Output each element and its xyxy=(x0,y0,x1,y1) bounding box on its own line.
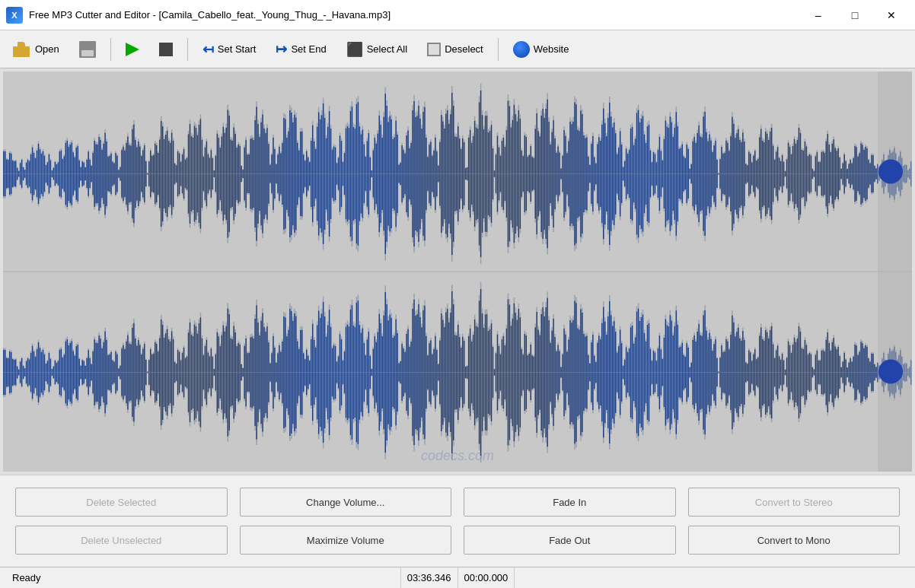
set-start-label: Set Start xyxy=(218,43,257,55)
select-all-icon: ⬛ xyxy=(346,41,363,58)
open-button[interactable]: Open xyxy=(5,35,68,64)
status-position-text: 00:00.000 xyxy=(464,572,509,583)
delete-unselected-button[interactable]: Delete Unselected xyxy=(15,526,228,555)
set-start-icon: ↤ xyxy=(202,41,214,58)
deselect-label: Deselect xyxy=(445,43,483,55)
change-volume-button[interactable]: Change Volume... xyxy=(240,488,452,516)
status-ready: Ready xyxy=(6,567,401,588)
set-end-icon: ↦ xyxy=(276,41,287,58)
maximize-button[interactable]: □ xyxy=(837,3,872,27)
waveform-canvas-wrapper: codecs.com xyxy=(3,72,912,472)
maximize-volume-button[interactable]: Maximize Volume xyxy=(240,526,452,555)
select-all-label: Select All xyxy=(367,43,407,55)
status-bar: Ready 03:36.346 00:00.000 xyxy=(0,567,915,588)
fade-out-button[interactable]: Fade Out xyxy=(464,526,676,555)
save-icon xyxy=(79,41,96,58)
convert-to-mono-button[interactable]: Convert to Mono xyxy=(688,526,901,555)
fade-in-button[interactable]: Fade In xyxy=(464,488,676,516)
button-row-2: Delete Unselected Maximize Volume Fade O… xyxy=(15,526,900,555)
set-end-label: Set End xyxy=(291,43,326,55)
open-label: Open xyxy=(35,43,59,55)
website-button[interactable]: Website xyxy=(505,35,578,64)
status-position: 00:00.000 xyxy=(458,567,515,588)
waveform-container[interactable]: codecs.com xyxy=(0,68,915,475)
play-button[interactable] xyxy=(117,35,148,64)
status-duration-text: 03:36.346 xyxy=(407,572,451,583)
set-end-button[interactable]: ↦ Set End xyxy=(267,35,334,64)
save-button[interactable] xyxy=(71,35,104,64)
toolbar: Open ↤ Set Start ↦ Set End ⬛ Select All … xyxy=(0,30,915,68)
title-bar: X Free MP3 Cutter and Editor - [Camila_C… xyxy=(0,0,915,30)
website-label: Website xyxy=(534,43,569,55)
select-all-button[interactable]: ⬛ Select All xyxy=(338,35,416,64)
window-controls: – □ ✕ xyxy=(801,3,909,27)
stop-button[interactable] xyxy=(151,35,181,64)
delete-selected-button[interactable]: Delete Selected xyxy=(15,488,228,516)
separator-3 xyxy=(498,38,499,61)
website-icon xyxy=(513,41,530,58)
open-icon xyxy=(13,40,31,59)
deselect-icon xyxy=(427,43,441,56)
separator-1 xyxy=(110,38,111,61)
set-start-button[interactable]: ↤ Set Start xyxy=(194,35,265,64)
play-icon xyxy=(126,43,139,56)
status-section3 xyxy=(515,567,909,588)
title-text: Free MP3 Cutter and Editor - [Camila_Cab… xyxy=(29,9,801,21)
stop-icon xyxy=(159,43,173,56)
status-duration: 03:36.346 xyxy=(401,567,458,588)
status-ready-text: Ready xyxy=(12,572,41,583)
bottom-panel: Delete Selected Change Volume... Fade In… xyxy=(0,475,915,567)
minimize-button[interactable]: – xyxy=(801,3,836,27)
app-icon: X xyxy=(6,7,23,24)
close-button[interactable]: ✕ xyxy=(874,3,909,27)
waveform-canvas xyxy=(3,72,912,472)
deselect-button[interactable]: Deselect xyxy=(419,35,492,64)
separator-2 xyxy=(187,38,188,61)
button-row-1: Delete Selected Change Volume... Fade In… xyxy=(15,488,900,516)
convert-to-stereo-button[interactable]: Convert to Stereo xyxy=(688,488,901,516)
